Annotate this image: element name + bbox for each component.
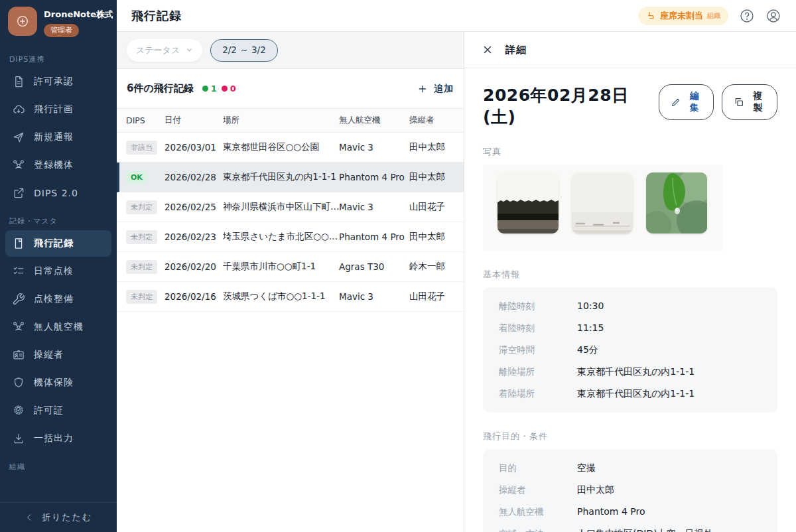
notebook-icon <box>12 237 25 250</box>
org-switcher[interactable]: DroneNote株式… 管理者 <box>0 0 117 45</box>
cell-date: 2026/02/23 <box>165 232 223 242</box>
seat-unassigned-badge[interactable]: 座席未割当 組織 <box>638 7 728 25</box>
sidebar-section-organization: 組織 <box>0 452 117 475</box>
cell-place: 埼玉県さいたま市北区○○… <box>223 231 339 243</box>
circle-plus-icon <box>15 14 30 29</box>
id-card-icon <box>12 348 25 362</box>
sidebar-spacer <box>0 475 117 502</box>
sidebar-item-label: 新規通報 <box>34 131 74 143</box>
info-row: 離陸場所 東京都千代田区丸の内1-1-1 <box>499 361 762 383</box>
info-row: 離陸時刻 10:30 <box>499 295 762 317</box>
download-icon <box>12 432 25 445</box>
collapse-label: 折りたたむ <box>42 511 92 523</box>
plus-icon <box>417 84 428 94</box>
add-record-button[interactable]: 追加 <box>417 83 454 95</box>
record-count: 6件の飛行記録 <box>127 82 194 95</box>
status-badge: 未判定 <box>126 230 157 244</box>
shield-icon <box>12 376 25 389</box>
close-detail-button[interactable] <box>482 44 494 56</box>
drone-icon <box>12 320 25 334</box>
cell-date: 2026/02/28 <box>165 172 223 182</box>
cell-pilot: 山田花子 <box>409 201 456 213</box>
column-place: 場所 <box>223 115 339 126</box>
photos-section-label: 写真 <box>483 146 777 158</box>
sidebar-item-permit-cert[interactable]: 許可証 <box>5 397 111 424</box>
org-logo <box>8 7 37 36</box>
checklist-icon <box>12 265 25 278</box>
info-row: 操縦者 田中太郎 <box>499 479 762 501</box>
cell-date: 2026/02/25 <box>165 202 223 212</box>
help-icon <box>739 8 755 24</box>
info-value: Phantom 4 Pro <box>577 506 645 517</box>
sidebar-item-permit-approval[interactable]: 許可承認 <box>5 68 111 95</box>
sidebar-item-label: 点検整備 <box>34 293 74 305</box>
sidebar-item-daily-inspection[interactable]: 日常点検 <box>5 258 111 285</box>
sidebar-item-uav[interactable]: 無人航空機 <box>5 314 111 340</box>
sidebar-item-new-report[interactable]: 新規通報 <box>5 124 111 151</box>
photo-thumbnail-mist[interactable] <box>572 172 633 233</box>
table-row[interactable]: 未判定 2026/02/23 埼玉県さいたま市北区○○… Phantom 4 P… <box>117 222 464 252</box>
green-dot-icon <box>202 86 208 92</box>
info-label: 操縦者 <box>499 484 577 496</box>
info-value: 11:15 <box>577 322 604 333</box>
cell-pilot: 田中太郎 <box>409 141 456 153</box>
info-label: 離陸場所 <box>499 366 577 378</box>
edit-button[interactable]: 編集 <box>659 84 714 120</box>
document-icon <box>12 75 25 88</box>
ok-count: 1 <box>202 84 217 94</box>
detail-pane: 詳細 2026年02月28日 (土) 編集 <box>464 32 796 532</box>
table-row[interactable]: 未判定 2026/02/20 千葉県市川市○○町1-1 Agras T30 鈴木… <box>117 252 464 282</box>
sidebar-item-label: 操縦者 <box>34 349 64 361</box>
mist-photo <box>572 172 633 233</box>
info-value: 10:30 <box>577 300 604 311</box>
sidebar-item-registered-aircraft[interactable]: 登録機体 <box>5 152 111 178</box>
sidebar-item-insurance[interactable]: 機体保険 <box>5 369 111 396</box>
detail-date-title: 2026年02月28日 (土) <box>483 84 659 128</box>
info-row: 着陸場所 東京都千代田区丸の内1-1-1 <box>499 383 762 405</box>
cell-date: 2026/03/01 <box>165 142 223 153</box>
sidebar-item-flight-plan[interactable]: 飛行計画 <box>5 96 111 123</box>
date-range-filter[interactable]: 2/2 ～ 3/2 <box>210 39 278 62</box>
forest-photo <box>498 172 559 233</box>
photo-thumbnail-leaf[interactable] <box>646 172 707 233</box>
column-date: 日付 <box>165 115 223 126</box>
table-row[interactable]: 未判定 2026/02/16 茨城県つくば市○○1-1-1 Mavic 3 山田… <box>117 282 464 312</box>
table-row[interactable]: 非該当 2026/03/01 東京都世田谷区○○公園 Mavic 3 田中太郎 <box>117 133 464 163</box>
sidebar-section-dips: DIPS連携 <box>0 45 117 68</box>
table-row-selected[interactable]: OK 2026/02/28 東京都千代田区丸の内1-1-1 Phantom 4 … <box>117 163 464 192</box>
column-aircraft: 無人航空機 <box>339 115 409 126</box>
filter-bar: ステータス 2/2 ～ 3/2 <box>117 32 464 69</box>
cell-pilot: 田中太郎 <box>409 171 456 183</box>
collapse-sidebar-button[interactable]: 折りたたむ <box>0 502 117 532</box>
sidebar: DroneNote株式… 管理者 DIPS連携 許可承認 飛行計画 新規通報 登… <box>0 0 117 532</box>
sidebar-item-pilot[interactable]: 操縦者 <box>5 342 111 368</box>
status-badge: 未判定 <box>126 200 157 214</box>
cell-place: 千葉県市川市○○町1-1 <box>223 261 339 273</box>
help-button[interactable] <box>739 8 755 24</box>
table-header: DIPS 日付 場所 無人航空機 操縦者 <box>117 109 464 133</box>
status-badge: 未判定 <box>126 260 157 274</box>
sidebar-item-label: DIPS 2.0 <box>34 188 78 198</box>
sidebar-item-bulk-export[interactable]: 一括出力 <box>5 425 111 452</box>
sidebar-section-records: 記録・マスタ <box>0 207 117 230</box>
sidebar-item-label: 許可証 <box>34 405 64 417</box>
duplicate-button[interactable]: 複製 <box>722 84 777 120</box>
account-button[interactable] <box>765 8 781 24</box>
info-row: 目的 空撮 <box>499 457 762 479</box>
sidebar-item-dips-2[interactable]: DIPS 2.0 <box>5 180 111 206</box>
info-label: 無人航空機 <box>499 506 577 518</box>
leaf-photo <box>646 172 707 233</box>
wrench-icon <box>12 293 25 306</box>
info-label: 着陸時刻 <box>499 322 577 334</box>
photo-thumbnail-forest[interactable] <box>498 172 559 233</box>
status-filter-dropdown[interactable]: ステータス <box>127 39 202 62</box>
sidebar-item-label: 一括出力 <box>34 432 74 444</box>
org-name: DroneNote株式… <box>44 7 113 21</box>
detail-body: 2026年02月28日 (土) 編集 複製 <box>464 68 796 532</box>
sidebar-item-maintenance[interactable]: 点検整備 <box>5 286 111 312</box>
role-badge: 管理者 <box>44 24 79 37</box>
seal-icon <box>12 404 25 417</box>
sidebar-item-flight-records[interactable]: 飛行記録 <box>5 230 111 257</box>
info-label: 離陸時刻 <box>499 300 577 312</box>
table-row[interactable]: 未判定 2026/02/25 神奈川県横浜市中区山下町… Mavic 3 山田花… <box>117 192 464 222</box>
